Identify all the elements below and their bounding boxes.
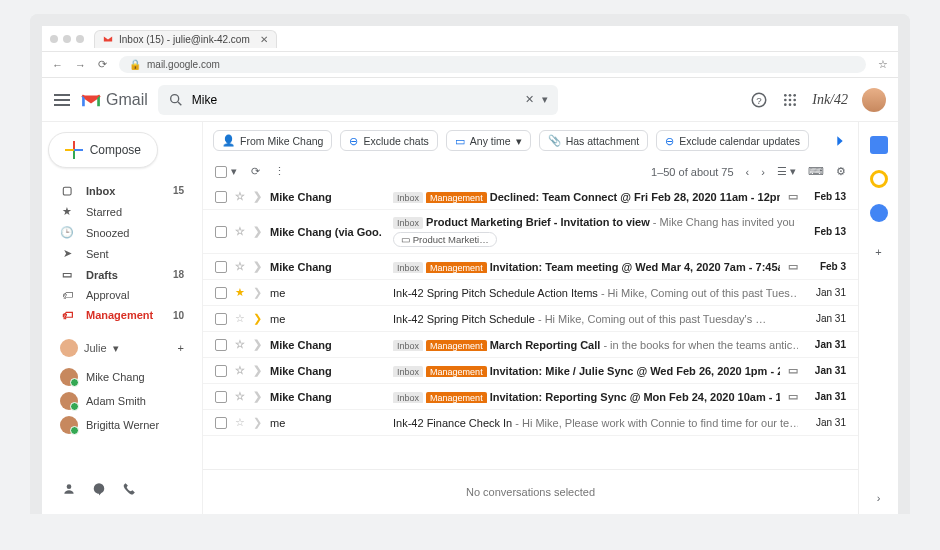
keep-addon-icon[interactable]: [870, 170, 888, 188]
clear-search-icon[interactable]: ✕: [525, 93, 534, 106]
apps-icon[interactable]: [782, 92, 798, 108]
importance-icon[interactable]: ❯: [253, 190, 262, 203]
email-row[interactable]: ☆❯meInk-42 Spring Pitch Schedule - Hi Mi…: [203, 306, 858, 332]
importance-icon[interactable]: ❯: [253, 225, 262, 238]
reload-icon[interactable]: ⟳: [98, 58, 107, 71]
row-checkbox[interactable]: [215, 313, 227, 325]
email-row[interactable]: ☆❯Mike ChangInbox Management March Repor…: [203, 332, 858, 358]
collapse-rail-icon[interactable]: ›: [877, 492, 881, 504]
importance-icon[interactable]: ❯: [253, 312, 262, 325]
email-sender: Mike Chang: [270, 365, 385, 377]
row-checkbox[interactable]: [215, 191, 227, 203]
search-box[interactable]: ✕ ▾: [158, 85, 558, 115]
importance-icon[interactable]: ❯: [253, 416, 262, 429]
close-tab-icon[interactable]: ✕: [260, 34, 268, 45]
search-options-icon[interactable]: ▾: [542, 93, 548, 106]
folder-icon: 🏷: [60, 309, 74, 321]
email-row[interactable]: ☆❯Mike ChangInbox Management Declined: T…: [203, 184, 858, 210]
row-checkbox[interactable]: [215, 365, 227, 377]
star-icon[interactable]: ☆: [235, 416, 245, 429]
address-bar[interactable]: 🔒 mail.google.com: [119, 56, 866, 73]
email-row[interactable]: ☆❯meInk-42 Finance Check In - Hi Mike, P…: [203, 410, 858, 436]
filter-chip[interactable]: ⊖Exclude chats: [340, 130, 437, 151]
sidebar-item-drafts[interactable]: ▭Drafts18: [48, 264, 196, 285]
filter-chips-bar: 👤From Mike Chang⊖Exclude chats▭Any time …: [203, 122, 858, 159]
sidebar-item-snoozed[interactable]: 🕒Snoozed: [48, 222, 196, 243]
browser-tab[interactable]: Inbox (15) - julie@ink-42.com ✕: [94, 30, 277, 48]
support-icon[interactable]: ?: [750, 91, 768, 109]
new-chat-icon[interactable]: +: [178, 342, 184, 354]
addon-rail: + ›: [858, 122, 898, 514]
star-icon[interactable]: ☆: [235, 338, 245, 351]
svg-text:?: ?: [757, 94, 763, 105]
hangouts-icon[interactable]: [92, 482, 106, 496]
star-icon[interactable]: ☆: [235, 260, 245, 273]
star-icon[interactable]: ☆: [235, 312, 245, 325]
user-avatar[interactable]: [862, 88, 886, 112]
chip-icon: ⊖: [665, 135, 674, 147]
filter-chip[interactable]: 📎Has attachment: [539, 130, 649, 151]
calendar-addon-icon[interactable]: [870, 136, 888, 154]
star-icon[interactable]: ☆: [235, 225, 245, 238]
star-icon[interactable]: ☆: [235, 390, 245, 403]
attachment-chip[interactable]: ▭ Product Marketi…: [393, 232, 497, 247]
importance-icon[interactable]: ❯: [253, 286, 262, 299]
add-addon-icon[interactable]: +: [875, 246, 881, 258]
row-checkbox[interactable]: [215, 391, 227, 403]
importance-icon[interactable]: ❯: [253, 390, 262, 403]
email-row[interactable]: ☆❯Mike ChangInbox Management Invitation:…: [203, 254, 858, 280]
svg-point-10: [784, 103, 787, 106]
tasks-addon-icon[interactable]: [870, 204, 888, 222]
compose-button[interactable]: Compose: [48, 132, 158, 168]
importance-icon[interactable]: ❯: [253, 260, 262, 273]
inbox-label: Inbox: [393, 262, 423, 273]
row-checkbox[interactable]: [215, 417, 227, 429]
sidebar-item-approval[interactable]: 🏷Approval: [48, 285, 196, 305]
settings-icon[interactable]: ⚙: [836, 165, 846, 178]
row-checkbox[interactable]: [215, 287, 227, 299]
prev-page-icon[interactable]: ‹: [746, 166, 750, 178]
more-icon[interactable]: ⋮: [274, 165, 285, 178]
more-chips-icon[interactable]: [832, 133, 848, 149]
sidebar-item-management[interactable]: 🏷Management10: [48, 305, 196, 325]
chat-contact[interactable]: Adam Smith: [48, 389, 196, 413]
back-icon[interactable]: ←: [52, 59, 63, 71]
row-checkbox[interactable]: [215, 261, 227, 273]
filter-chip[interactable]: 👤From Mike Chang: [213, 130, 332, 151]
phone-icon[interactable]: [122, 482, 136, 496]
importance-icon[interactable]: ❯: [253, 338, 262, 351]
star-icon[interactable]: ★: [235, 286, 245, 299]
row-checkbox[interactable]: [215, 226, 227, 238]
menu-icon[interactable]: [54, 94, 70, 106]
window-controls[interactable]: [50, 35, 84, 43]
density-icon[interactable]: ☰ ▾: [777, 165, 796, 178]
star-icon[interactable]: ☆: [878, 58, 888, 71]
email-row[interactable]: ☆❯Mike ChangInbox Management Invitation:…: [203, 384, 858, 410]
sidebar-item-sent[interactable]: ➤Sent: [48, 243, 196, 264]
chat-contact[interactable]: Brigitta Werner: [48, 413, 196, 437]
star-icon[interactable]: ☆: [235, 190, 245, 203]
refresh-icon[interactable]: ⟳: [251, 165, 260, 178]
email-row[interactable]: ☆❯Mike Chang (via Goo.Inbox Product Mark…: [203, 210, 858, 254]
browser-tab-bar: Inbox (15) - julie@ink-42.com ✕: [42, 26, 898, 52]
star-icon[interactable]: ☆: [235, 364, 245, 377]
search-icon: [168, 92, 184, 108]
person-icon[interactable]: [62, 482, 76, 496]
next-page-icon[interactable]: ›: [761, 166, 765, 178]
sidebar-item-inbox[interactable]: ▢Inbox15: [48, 180, 196, 201]
select-all-checkbox[interactable]: ▾: [215, 165, 237, 178]
email-row[interactable]: ★❯meInk-42 Spring Pitch Schedule Action …: [203, 280, 858, 306]
forward-icon[interactable]: →: [75, 59, 86, 71]
chat-header[interactable]: Julie ▾ +: [48, 333, 196, 363]
sidebar-item-starred[interactable]: ★Starred: [48, 201, 196, 222]
gmail-logo[interactable]: Gmail: [80, 91, 148, 109]
chat-contact[interactable]: Mike Chang: [48, 365, 196, 389]
row-checkbox[interactable]: [215, 339, 227, 351]
search-input[interactable]: [192, 93, 517, 107]
keyboard-icon[interactable]: ⌨: [808, 165, 824, 178]
filter-chip[interactable]: ⊖Exclude calendar updates: [656, 130, 809, 151]
filter-chip[interactable]: ▭Any time ▾: [446, 130, 531, 151]
email-row[interactable]: ☆❯Mike ChangInbox Management Invitation:…: [203, 358, 858, 384]
importance-icon[interactable]: ❯: [253, 364, 262, 377]
calendar-icon: ▭: [788, 190, 798, 203]
